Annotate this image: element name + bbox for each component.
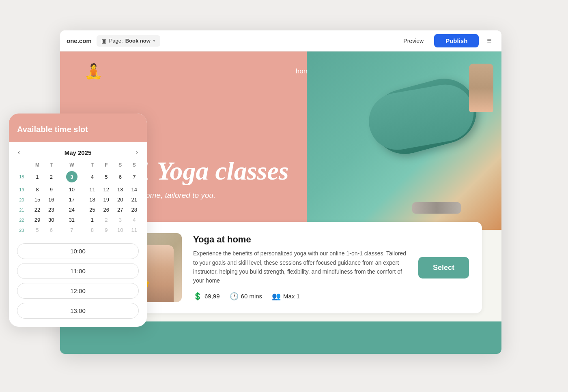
calendar-day[interactable]: 2 xyxy=(44,169,58,184)
calendar-day[interactable]: 10 xyxy=(58,184,86,195)
calendar-day[interactable]: 3 xyxy=(58,169,86,184)
week-number: 21 xyxy=(15,205,30,215)
calendar-day[interactable]: 11 xyxy=(127,225,142,235)
class-duration: 🕐 60 mins xyxy=(230,292,262,301)
cal-header-sat: S xyxy=(113,161,127,169)
browser-toolbar: one.com ▣ Page: Book now ▾ Preview Publi… xyxy=(60,30,501,51)
calendar-grid: M T W T F S S 18123456719891011121314201… xyxy=(15,161,141,235)
calendar-day[interactable]: 9 xyxy=(99,225,113,235)
page-name: Book now xyxy=(125,38,151,44)
week-number: 22 xyxy=(15,215,30,225)
hero-image xyxy=(307,51,501,230)
calendar-day[interactable]: 7 xyxy=(58,225,86,235)
calendar-day[interactable]: 17 xyxy=(58,195,86,205)
time-slots: 10:00 11:00 12:00 13:00 xyxy=(9,238,147,319)
calendar-nav: ‹ May 2025 › xyxy=(15,148,141,157)
week-number: 18 xyxy=(15,169,30,184)
price-icon: 💲 xyxy=(193,292,202,301)
cal-header-tue: T xyxy=(44,161,58,169)
time-slot-1300[interactable]: 13:00 xyxy=(17,303,139,319)
publish-button[interactable]: Publish xyxy=(434,34,479,47)
cal-header-wed: W xyxy=(58,161,86,169)
page-icon: ▣ xyxy=(101,38,107,44)
calendar-day[interactable]: 1 xyxy=(85,215,99,225)
capacity-value: Max 1 xyxy=(283,293,300,300)
calendar-day[interactable]: 3 xyxy=(113,215,127,225)
calendar-day[interactable]: 2 xyxy=(99,215,113,225)
calendar-day[interactable]: 11 xyxy=(85,184,99,195)
calendar-day[interactable]: 25 xyxy=(85,205,99,215)
yoga-icon: 🧘 xyxy=(84,63,103,79)
brand-logo: one.com xyxy=(67,37,92,44)
calendar-day[interactable]: 10 xyxy=(113,225,127,235)
class-info: Yoga at home Experience the benefits of … xyxy=(193,234,407,301)
calendar-day[interactable]: 4 xyxy=(85,169,99,184)
calendar-title: May 2025 xyxy=(65,149,92,156)
people-icon: 👥 xyxy=(272,292,281,301)
calendar-day[interactable]: 29 xyxy=(30,215,44,225)
class-price: 💲 69,99 xyxy=(193,292,220,301)
water-bottle xyxy=(469,64,493,112)
yoga-mat-roll xyxy=(365,71,484,161)
calendar-day[interactable]: 13 xyxy=(113,184,127,195)
mobile-card-title: Available time slot xyxy=(17,125,139,134)
class-description: Experience the benefits of personalized … xyxy=(193,249,407,285)
class-title: Yoga at home xyxy=(193,234,407,245)
duration-value: 60 mins xyxy=(241,293,262,300)
scene: one.com ▣ Page: Book now ▾ Preview Publi… xyxy=(0,0,568,392)
calendar-day[interactable]: 4 xyxy=(127,215,142,225)
calendar-day[interactable]: 6 xyxy=(113,169,127,184)
calendar-day[interactable]: 28 xyxy=(127,205,142,215)
week-number: 23 xyxy=(15,225,30,235)
calendar-day[interactable]: 14 xyxy=(127,184,142,195)
week-num-header xyxy=(15,161,30,169)
cal-header-thu: T xyxy=(85,161,99,169)
dumbbell xyxy=(412,202,461,214)
calendar-day[interactable]: 8 xyxy=(30,184,44,195)
calendar-day[interactable]: 24 xyxy=(58,205,86,215)
mobile-card: Available time slot ‹ May 2025 › M T W T… xyxy=(9,114,147,327)
page-selector[interactable]: ▣ Page: Book now ▾ xyxy=(97,35,160,47)
calendar-container: ‹ May 2025 › M T W T F S S xyxy=(9,142,147,238)
mobile-card-header: Available time slot xyxy=(9,114,147,142)
calendar-day[interactable]: 5 xyxy=(30,225,44,235)
calendar-day[interactable]: 5 xyxy=(99,169,113,184)
calendar-day[interactable]: 22 xyxy=(30,205,44,215)
calendar-day[interactable]: 12 xyxy=(99,184,113,195)
calendar-day[interactable]: 19 xyxy=(99,195,113,205)
time-slot-1000[interactable]: 10:00 xyxy=(17,243,139,259)
calendar-day[interactable]: 9 xyxy=(44,184,58,195)
week-number: 20 xyxy=(15,195,30,205)
yoga-logo: 🧘 xyxy=(84,63,103,80)
calendar-day[interactable]: 1 xyxy=(30,169,44,184)
select-button[interactable]: Select xyxy=(418,257,469,278)
calendar-day[interactable]: 15 xyxy=(30,195,44,205)
calendar-next-button[interactable]: › xyxy=(133,148,141,157)
week-number: 19 xyxy=(15,184,30,195)
calendar-day[interactable]: 27 xyxy=(113,205,127,215)
cal-header-fri: F xyxy=(99,161,113,169)
calendar-day[interactable]: 21 xyxy=(127,195,142,205)
class-capacity: 👥 Max 1 xyxy=(272,292,300,301)
calendar-day[interactable]: 31 xyxy=(58,215,86,225)
calendar-day[interactable]: 8 xyxy=(85,225,99,235)
calendar-day[interactable]: 6 xyxy=(44,225,58,235)
price-value: 69,99 xyxy=(204,293,220,300)
calendar-day[interactable]: 20 xyxy=(113,195,127,205)
time-slot-1200[interactable]: 12:00 xyxy=(17,283,139,299)
cal-header-sun: S xyxy=(127,161,142,169)
clock-icon: 🕐 xyxy=(230,292,239,301)
chevron-down-icon: ▾ xyxy=(153,38,155,43)
calendar-day[interactable]: 18 xyxy=(85,195,99,205)
calendar-day[interactable]: 7 xyxy=(127,169,142,184)
calendar-day[interactable]: 30 xyxy=(44,215,58,225)
calendar-day[interactable]: 23 xyxy=(44,205,58,215)
calendar-prev-button[interactable]: ‹ xyxy=(15,148,23,157)
time-slot-1100[interactable]: 11:00 xyxy=(17,263,139,279)
page-label: Page: xyxy=(109,38,123,44)
hamburger-menu-button[interactable]: ≡ xyxy=(484,34,495,47)
calendar-day[interactable]: 26 xyxy=(99,205,113,215)
calendar-day[interactable]: 16 xyxy=(44,195,58,205)
class-meta: 💲 69,99 🕐 60 mins 👥 Max 1 xyxy=(193,292,407,301)
preview-button[interactable]: Preview xyxy=(398,35,429,47)
